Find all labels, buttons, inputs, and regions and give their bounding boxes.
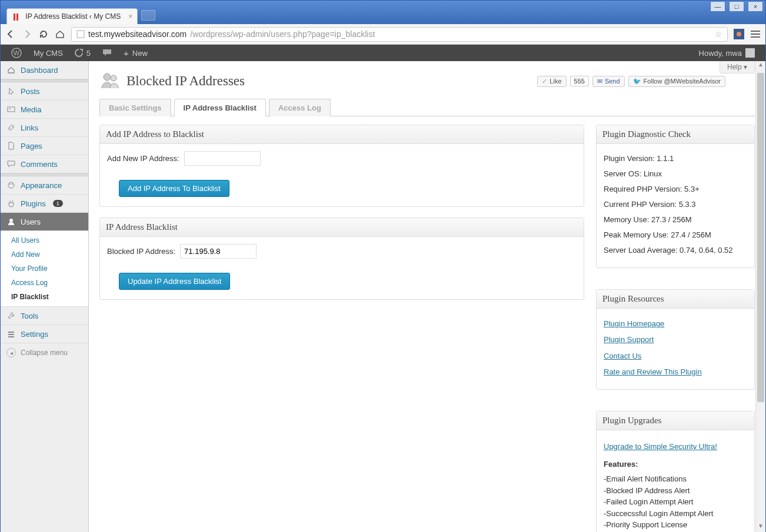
new-content-link[interactable]: + New [118,45,154,61]
resource-link[interactable]: Plugin Homepage [604,319,664,328]
comment-icon [6,159,16,169]
sidebar-item-comments[interactable]: Comments [1,155,88,173]
fb-send-button[interactable]: ✉Send [592,76,625,87]
blacklist-panel: IP Address Blacklist Blocked IP Address:… [99,218,584,300]
sidebar-subitem-ip-blacklist[interactable]: IP Blacklist [1,290,88,304]
tab-access-log[interactable]: Access Log [269,99,331,116]
link-icon [6,123,16,132]
blocked-ip-input[interactable] [180,244,257,259]
svg-rect-0 [14,14,15,21]
svg-rect-18 [8,336,14,337]
svg-point-13 [9,183,11,185]
upgrade-link[interactable]: Upgrade to Simple Security Ultra! [604,442,717,451]
wp-logo-menu[interactable]: W [5,45,28,61]
bookmark-star-icon[interactable]: ☆ [715,29,722,39]
tools-icon [6,311,16,320]
tab-title: IP Address Blacklist ‹ My CMS [25,12,121,21]
diagnostic-row: Peak Memory Use: 27.4 / 256M [604,227,747,243]
site-name-link[interactable]: My CMS [28,45,69,61]
comments-link[interactable] [96,45,118,61]
features-heading: Features: [604,460,638,469]
sidebar-subitem-add-new[interactable]: Add New [1,247,88,262]
tab-close-button[interactable]: × [128,12,132,21]
svg-point-12 [8,182,14,188]
sidebar-item-appearance[interactable]: Appearance [1,176,88,195]
svg-rect-2 [77,31,84,38]
extension-icon[interactable] [734,29,744,39]
admin-sidebar: DashboardPostsMediaLinksPagesCommentsApp… [1,61,89,532]
sidebar-item-plugins[interactable]: Plugins1 [1,195,88,213]
page-title: Blocked IP Addresses [126,73,245,89]
svg-rect-7 [751,36,760,38]
diagnostic-row: Server OS: Linux [604,166,747,182]
resource-link[interactable]: Rate and Review This Plugin [604,367,702,376]
reload-button[interactable] [38,29,49,39]
feature-row: -Blocked IP Address Alert [604,485,747,497]
collapse-icon: ◂ [6,348,16,357]
users-icon [6,217,16,226]
sidebar-item-dashboard[interactable]: Dashboard [1,61,88,79]
svg-point-14 [12,183,13,185]
diagnostic-row: Plugin Version: 1.1.1 [604,151,747,166]
page-icon [6,141,16,150]
fb-like-button[interactable]: ✓Like [537,76,566,87]
update-badge: 1 [53,200,63,207]
sidebar-subitem-all-users[interactable]: All Users [1,233,88,247]
settings-icon [6,329,16,339]
add-ip-button[interactable]: Add IP Address To Blacklist [119,180,229,197]
twitter-icon: 🐦 [633,78,641,85]
svg-rect-16 [8,332,14,333]
sidebar-item-settings[interactable]: Settings [1,325,88,343]
globe-icon [76,30,85,38]
sidebar-subitem-your-profile[interactable]: Your Profile [1,262,88,276]
window-close-button[interactable]: × [748,1,763,12]
diagnostic-row: Memory Use: 27.3 / 256M [604,212,747,227]
help-tab-button[interactable]: Help ▾ [720,61,755,73]
wordpress-icon: W [11,48,22,58]
add-ip-input[interactable] [184,151,261,166]
collapse-menu-button[interactable]: ◂ Collapse menu [1,343,88,362]
window-minimize-button[interactable]: — [710,1,725,12]
tab-basic-settings[interactable]: Basic Settings [99,99,171,116]
sidebar-subitem-access-log[interactable]: Access Log [1,276,88,290]
browser-toolbar: test.mywebsiteadvisor.com/wordpress/wp-a… [1,24,765,45]
send-icon: ✉ [597,78,602,85]
svg-text:W: W [14,49,20,56]
svg-rect-6 [751,34,760,35]
panel-title: Plugin Diagnostic Check [597,125,754,144]
window-maximize-button[interactable]: □ [729,1,744,12]
svg-rect-10 [8,107,15,112]
tab-favicon [13,14,20,21]
plus-icon: + [124,48,129,58]
my-account-link[interactable]: Howdy, mwa [693,45,761,61]
sidebar-item-media[interactable]: Media [1,101,88,119]
feature-row: -Failed Login Attempt Alert [604,496,747,508]
update-blacklist-button[interactable]: Update IP Address Blacklist [119,273,230,290]
users-icon [99,71,121,92]
vertical-scrollbar[interactable]: ▲▼ [755,61,765,532]
sidebar-item-links[interactable]: Links [1,119,88,137]
home-button[interactable] [55,29,65,39]
forward-button[interactable] [22,29,32,39]
add-ip-panel: Add IP Address to Blacklist Add New IP A… [99,125,584,207]
new-tab-button[interactable] [141,10,155,21]
sidebar-item-users[interactable]: Users [1,213,88,231]
resource-link[interactable]: Contact Us [604,352,641,360]
svg-point-4 [737,32,741,36]
back-button[interactable] [5,29,16,39]
sidebar-item-posts[interactable]: Posts [1,82,88,101]
url-host: test.mywebsiteadvisor.com [88,29,186,39]
chrome-menu-button[interactable] [750,29,761,39]
panel-title: Add IP Address to Blacklist [100,125,584,144]
sidebar-item-tools[interactable]: Tools [1,307,88,325]
sidebar-item-pages[interactable]: Pages [1,137,88,155]
upgrades-panel: Plugin Upgrades Upgrade to Simple Securi… [596,411,755,532]
tab-ip-address-blacklist[interactable]: IP Address Blacklist [174,99,266,116]
address-field[interactable]: test.mywebsiteadvisor.com/wordpress/wp-a… [71,27,728,42]
resource-link[interactable]: Plugin Support [604,335,654,344]
svg-point-20 [111,75,116,81]
browser-tab[interactable]: IP Address Blacklist ‹ My CMS × [6,8,138,24]
fb-like-count: 555 [570,76,589,86]
twitter-follow-button[interactable]: 🐦Follow @MWebsiteAdvisor [628,76,725,87]
updates-link[interactable]: 5 [69,45,96,61]
